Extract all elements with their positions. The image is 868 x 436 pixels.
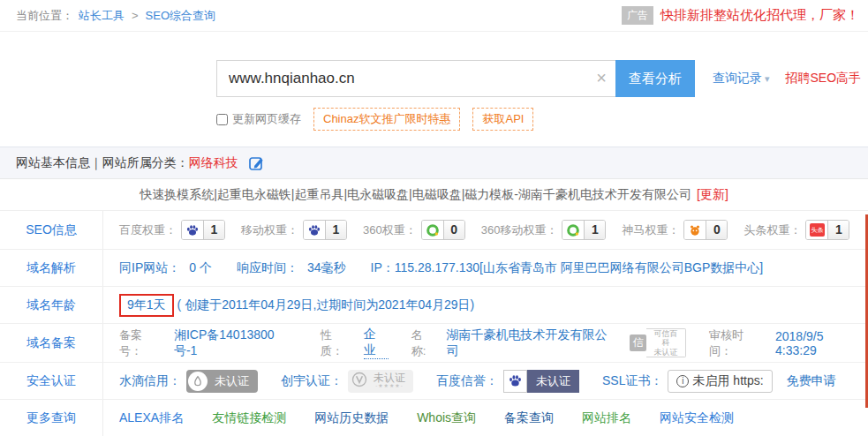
row-content-more: ALEXA排名 友情链接检测 网站历史数据 Whois查询 备案查询 网站排名 … [103,400,868,436]
weight-label: 神马权重： [622,222,679,238]
weight-item-mobile: 移动权重： 1 [241,220,347,240]
row-label-more: 更多查询 [0,400,103,436]
shuidi-status: 未认证 [215,373,249,389]
edit-category-icon[interactable] [249,155,265,171]
icp-number-value[interactable]: 湘ICP备14013800号-1 [174,327,298,359]
weight-item-toutiao: 头条权重： 头条 1 [743,220,849,240]
chuangyu-status: 未认证 [374,372,405,383]
icp-name-label: 名称: [411,327,438,359]
shenma-weight-badge[interactable]: 0 [683,220,728,240]
link-alexa-rank[interactable]: ALEXA排名 [119,410,184,426]
site-title-row: 快速换模系统|起重电永磁铁|起重吊具|电永磁吸盘|电磁吸盘|磁力模板-湖南千豪机… [0,179,868,211]
ad-badge: 广告 [622,6,653,25]
ip-address-value[interactable]: IP：115.28.177.130[山东省青岛市 阿里巴巴网络有限公司BGP数据… [371,260,764,276]
toutiao-icon: 头条 [806,221,828,239]
icp-nature-label: 性质： [321,327,355,359]
ssl-label: SSL证书： [602,373,662,389]
trust-badge-icon: 信 [630,335,646,351]
get-api-link[interactable]: 获取API [472,108,533,131]
ssl-status: 未启用 https: [692,373,763,389]
mobile-weight-badge[interactable]: 1 [303,220,347,240]
domain-input[interactable] [216,60,615,97]
weight-label: 头条权重： [743,222,801,238]
refresh-cache-checkbox[interactable] [216,114,228,125]
weight-value: 0 [706,221,727,239]
baidu-reputation-status: 未认证 [527,370,579,393]
link-site-history[interactable]: 网站历史数据 [314,410,389,426]
free-apply-link[interactable]: 免费申请 [787,373,836,389]
row-more-queries: 更多查询 ALEXA排名 友情链接检测 网站历史数据 Whois查询 备案查询 … [0,400,868,436]
baidu-weight-badge[interactable]: 1 [181,220,225,240]
chuangyu-v-icon [351,371,368,391]
clear-input-icon[interactable]: × [596,68,607,87]
toutiao-weight-badge[interactable]: 头条 1 [805,220,849,240]
trust-badge-line1: 可信百科 [654,329,678,347]
breadcrumb-link-tools[interactable]: 站长工具 [79,8,125,24]
weight-value: 0 [444,221,464,239]
domain-age-highlighted: 9年1天 [119,294,174,317]
query-history-link[interactable]: 查询记录▾ [713,71,770,86]
water-drop-icon [188,372,208,391]
weight-label: 百度权重： [119,222,177,238]
analyze-button[interactable]: 查看分析 [615,60,695,97]
search-section: × 查看分析 查询记录▾ 招聘SEO高手 更新网页缓存 Chinaz软文推广限时… [0,32,868,130]
breadcrumb-link-seo-query[interactable]: SEO综合查询 [146,8,215,24]
category-label: 网站所属分类： [102,155,189,171]
weight-value: 1 [585,221,605,239]
trust-badge-line2: 未认证 [654,348,678,357]
promo-softtext-link[interactable]: Chinaz软文推广限时特惠 [313,108,460,131]
weight-label: 360权重： [363,222,417,238]
weight-label: 360移动权重： [481,222,558,238]
weight-item-shenma: 神马权重： 0 [622,220,728,240]
link-site-security-check[interactable]: 网站安全检测 [660,410,734,426]
icp-nature-value[interactable]: 企业 [364,327,389,359]
icp-number-label: 备案号： [119,327,165,359]
baidu-paw-icon [182,221,204,239]
top-ad-link[interactable]: 快排新排整站优化招代理，厂家！ [660,7,859,24]
row-seo-info: SEO信息 百度权重： 1 移动权重： 1 360权重： [0,211,868,250]
refresh-cache-label: 更新网页缓存 [232,111,301,127]
weight-value: 1 [828,221,849,239]
chevron-down-icon: ▾ [765,73,770,84]
ssl-status-box[interactable]: i 未启用 https: [668,370,772,393]
360-weight-badge[interactable]: 0 [421,220,465,240]
link-site-rank[interactable]: 网站排名 [582,410,631,426]
row-label-icp: 域名备案 [0,324,103,362]
baidu-reputation-badge[interactable]: 未认证 [503,370,579,393]
weight-item-360-mobile: 360移动权重： 1 [481,220,607,240]
search-options-row: 更新网页缓存 Chinaz软文推广限时特惠 获取API [216,109,868,130]
chuangyu-status-col: 未认证 -★★★★- [374,372,405,389]
icp-company-name[interactable]: 湖南千豪机电技术开发有限公司 [446,327,619,359]
same-ip-value[interactable]: 0 个 [189,260,212,276]
shuidi-label: 水滴信用： [119,373,181,389]
link-icp-query[interactable]: 备案查询 [504,410,554,426]
same-ip-label: 同IP网站： [119,260,180,276]
row-content-security: 水滴信用： 未认证 创宇认证： 未认证 -★★★★- 百度信誉： 未认证 SSL… [103,363,868,399]
weight-item-360: 360权重： 0 [363,220,465,240]
breadcrumb-separator: > [132,9,139,22]
panel-header: 网站基本信息 ｜ 网站所属分类： 网络科技 [0,147,868,179]
response-time-label: 响应时间： [237,260,298,276]
site-info-panel: 网站基本信息 ｜ 网站所属分类： 网络科技 快速换模系统|起重电永磁铁|起重吊具… [0,147,868,436]
row-content-dns: 同IP网站： 0 个 响应时间： 34毫秒 IP：115.28.177.130[… [103,250,868,286]
hire-seo-link[interactable]: 招聘SEO高手 [786,71,862,86]
row-icp: 域名备案 备案号： 湘ICP备14013800号-1 性质： 企业 名称: 湖南… [0,324,868,363]
trust-badge-text: 可信百科 未认证 [646,328,686,357]
trust-encyclopedia-badge[interactable]: 信 可信百科 未认证 [630,328,686,357]
weight-value: 1 [204,221,224,239]
update-title-link[interactable]: [更新] [697,187,728,203]
chuangyu-cert-badge[interactable]: 未认证 -★★★★- [348,370,413,393]
row-content-seo: 百度权重： 1 移动权重： 1 360权重： 0 [103,211,868,249]
audit-time-value: 2018/9/5 4:33:29 [775,329,868,357]
baidu-reputation-label: 百度信誉： [436,373,498,389]
360-mobile-weight-badge[interactable]: 1 [562,220,606,240]
weight-item-baidu: 百度权重： 1 [119,220,225,240]
toutiao-icon-text: 头条 [810,223,825,237]
row-dns: 域名解析 同IP网站： 0 个 响应时间： 34毫秒 IP：115.28.177… [0,250,868,287]
link-whois-query[interactable]: Whois查询 [417,410,476,426]
shuidi-credit-badge[interactable]: 未认证 [186,370,258,393]
row-content-age: 9年1天 ( 创建于2011年04月29日,过期时间为2021年04月29日) [103,287,868,323]
weight-label: 移动权重： [241,222,298,238]
link-friend-links-check[interactable]: 友情链接检测 [212,410,286,426]
row-domain-age: 域名年龄 9年1天 ( 创建于2011年04月29日,过期时间为2021年04月… [0,287,868,324]
